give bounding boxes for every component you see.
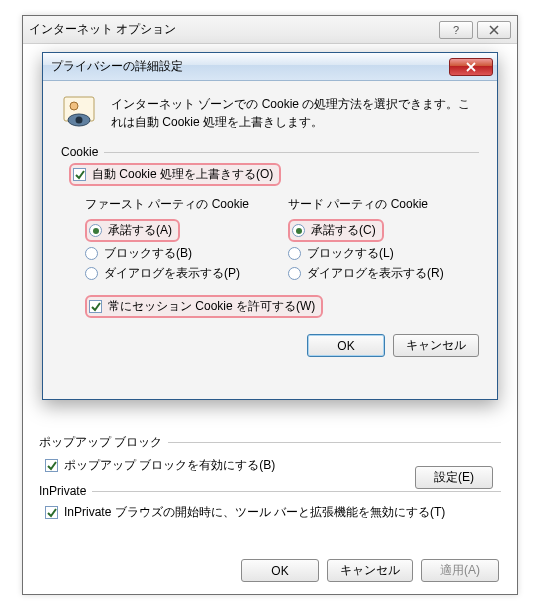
dialog-intro: インターネット ゾーンでの Cookie の処理方法を選択できます。これは自動 … xyxy=(61,95,479,131)
inprivate-checkbox[interactable] xyxy=(45,506,58,519)
privacy-icon xyxy=(61,95,97,131)
dialog-cancel-button[interactable]: キャンセル xyxy=(393,334,479,357)
session-cookie-checkbox[interactable] xyxy=(89,300,102,313)
cookie-group-label: Cookie xyxy=(61,145,98,159)
first-prompt-label: ダイアログを表示する(P) xyxy=(104,265,240,282)
svg-point-3 xyxy=(76,117,83,124)
override-highlight: 自動 Cookie 処理を上書きする(O) xyxy=(69,163,281,186)
first-party-title: ファースト パーティの Cookie xyxy=(85,196,276,213)
first-party-column: ファースト パーティの Cookie 承諾する(A) ブロックする(B) ダイア… xyxy=(85,196,276,285)
third-prompt-label: ダイアログを表示する(R) xyxy=(307,265,444,282)
popup-block-group: ポップアップ ブロック xyxy=(39,434,501,451)
dialog-footer: OK キャンセル xyxy=(61,334,479,357)
dialog-titlebar: プライバシーの詳細設定 xyxy=(43,53,497,81)
third-block-radio[interactable] xyxy=(288,247,301,260)
popup-block-checkbox[interactable] xyxy=(45,459,58,472)
inprivate-checkbox-label: InPrivate ブラウズの開始時に、ツール バーと拡張機能を無効にする(T) xyxy=(64,504,445,521)
session-cookie-label: 常にセッション Cookie を許可する(W) xyxy=(108,298,315,315)
first-accept-radio[interactable] xyxy=(89,224,102,237)
window-title: インターネット オプション xyxy=(29,21,176,38)
third-party-column: サード パーティの Cookie 承諾する(C) ブロックする(L) ダイアログ… xyxy=(288,196,479,285)
svg-point-1 xyxy=(70,102,78,110)
help-button[interactable]: ? xyxy=(439,21,473,39)
dialog-body: インターネット ゾーンでの Cookie の処理方法を選択できます。これは自動 … xyxy=(43,81,497,369)
window-footer: OK キャンセル 適用(A) xyxy=(241,559,499,582)
override-cookie-checkbox[interactable] xyxy=(73,168,86,181)
dialog-intro-text: インターネット ゾーンでの Cookie の処理方法を選択できます。これは自動 … xyxy=(111,95,479,131)
privacy-advanced-dialog: プライバシーの詳細設定 インターネット ゾーンでの Cookie の処理方法を選… xyxy=(42,52,498,400)
third-accept-label: 承諾する(C) xyxy=(311,222,376,239)
apply-button[interactable]: 適用(A) xyxy=(421,559,499,582)
inprivate-label: InPrivate xyxy=(39,484,86,498)
session-highlight: 常にセッション Cookie を許可する(W) xyxy=(85,295,323,318)
third-accept-highlight: 承諾する(C) xyxy=(288,219,384,242)
dialog-title: プライバシーの詳細設定 xyxy=(51,58,183,75)
close-button[interactable] xyxy=(477,21,511,39)
third-party-title: サード パーティの Cookie xyxy=(288,196,479,213)
first-accept-label: 承諾する(A) xyxy=(108,222,172,239)
cookie-group: Cookie xyxy=(61,145,479,159)
popup-block-checkbox-label: ポップアップ ブロックを有効にする(B) xyxy=(64,457,275,474)
popup-block-label: ポップアップ ブロック xyxy=(39,434,162,451)
inprivate-checkbox-row: InPrivate ブラウズの開始時に、ツール バーと拡張機能を無効にする(T) xyxy=(45,504,501,521)
override-cookie-label: 自動 Cookie 処理を上書きする(O) xyxy=(92,166,273,183)
first-block-radio[interactable] xyxy=(85,247,98,260)
dialog-close-button[interactable] xyxy=(449,58,493,76)
titlebar: インターネット オプション ? xyxy=(23,16,517,44)
cancel-button[interactable]: キャンセル xyxy=(327,559,413,582)
dialog-ok-button[interactable]: OK xyxy=(307,334,385,357)
first-accept-highlight: 承諾する(A) xyxy=(85,219,180,242)
popup-settings-button[interactable]: 設定(E) xyxy=(415,466,493,489)
third-block-label: ブロックする(L) xyxy=(307,245,394,262)
third-accept-radio[interactable] xyxy=(292,224,305,237)
session-cookie-row: 常にセッション Cookie を許可する(W) xyxy=(61,295,479,318)
third-prompt-radio[interactable] xyxy=(288,267,301,280)
first-prompt-radio[interactable] xyxy=(85,267,98,280)
ok-button[interactable]: OK xyxy=(241,559,319,582)
settings-button-wrap: 設定(E) xyxy=(415,466,493,489)
first-block-label: ブロックする(B) xyxy=(104,245,192,262)
titlebar-buttons: ? xyxy=(439,21,511,39)
override-row: 自動 Cookie 処理を上書きする(O) xyxy=(61,163,479,186)
cookie-columns: ファースト パーティの Cookie 承諾する(A) ブロックする(B) ダイア… xyxy=(61,196,479,285)
